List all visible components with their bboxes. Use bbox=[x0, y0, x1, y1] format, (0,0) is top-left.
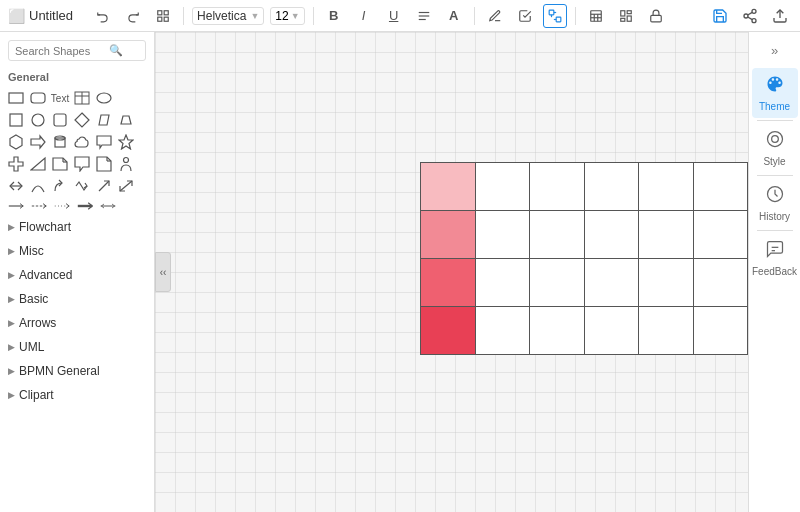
table-cell[interactable] bbox=[530, 259, 585, 307]
align-button[interactable] bbox=[412, 4, 436, 28]
sidebar-item-flowchart[interactable]: ▶ Flowchart bbox=[0, 215, 154, 239]
layout-button[interactable] bbox=[614, 4, 638, 28]
shape-diagonal-arrow[interactable] bbox=[94, 176, 114, 196]
table-cell-colored[interactable] bbox=[421, 211, 476, 259]
sidebar-item-basic[interactable]: ▶ Basic bbox=[0, 287, 154, 311]
table-cell[interactable] bbox=[475, 259, 530, 307]
table-cell[interactable] bbox=[693, 307, 748, 355]
svg-point-50 bbox=[124, 158, 129, 163]
shape-ellipse[interactable] bbox=[94, 88, 114, 108]
shape-cylinder[interactable] bbox=[50, 132, 70, 152]
table-cell[interactable] bbox=[584, 211, 639, 259]
underline-button[interactable]: U bbox=[382, 4, 406, 28]
sidebar-item-misc[interactable]: ▶ Misc bbox=[0, 239, 154, 263]
shape-trapezoid[interactable] bbox=[116, 110, 136, 130]
svg-point-24 bbox=[752, 18, 756, 22]
shape-square[interactable] bbox=[6, 110, 26, 130]
shape-dashed-line[interactable] bbox=[29, 199, 49, 213]
table-cell[interactable] bbox=[475, 163, 530, 211]
sidebar-item-uml[interactable]: ▶ UML bbox=[0, 335, 154, 359]
shape-parallelogram[interactable] bbox=[94, 110, 114, 130]
right-panel-history[interactable]: History bbox=[752, 178, 798, 228]
svg-line-53 bbox=[120, 181, 132, 191]
right-panel-style[interactable]: Style bbox=[752, 123, 798, 173]
shape-zigzag-arrow[interactable] bbox=[72, 176, 92, 196]
table-cell[interactable] bbox=[693, 259, 748, 307]
table-cell-colored[interactable] bbox=[421, 259, 476, 307]
connection-button[interactable] bbox=[543, 4, 567, 28]
shape-document[interactable] bbox=[50, 154, 70, 174]
table-cell[interactable] bbox=[693, 163, 748, 211]
sidebar-item-advanced[interactable]: ▶ Advanced bbox=[0, 263, 154, 287]
font-color-button[interactable]: A bbox=[442, 4, 466, 28]
shape-rounded-square[interactable] bbox=[50, 110, 70, 130]
shape-double-end-arrow[interactable] bbox=[98, 199, 118, 213]
italic-button[interactable]: I bbox=[352, 4, 376, 28]
font-size-box[interactable]: 12 ▼ bbox=[270, 7, 304, 25]
shape-double-arrow[interactable] bbox=[6, 176, 26, 196]
table-row bbox=[421, 307, 748, 355]
table-cell[interactable] bbox=[584, 307, 639, 355]
shape-text[interactable]: Text bbox=[50, 88, 70, 108]
table-cell[interactable] bbox=[639, 163, 694, 211]
collapse-right-button[interactable]: » bbox=[759, 36, 791, 64]
shape-callout[interactable] bbox=[94, 132, 114, 152]
shape-table[interactable] bbox=[72, 88, 92, 108]
right-panel-feedback[interactable]: FeedBack bbox=[752, 233, 798, 283]
search-input[interactable] bbox=[15, 45, 105, 57]
table-cell[interactable] bbox=[584, 163, 639, 211]
shape-diamond[interactable] bbox=[72, 110, 92, 130]
shape-hexagon[interactable] bbox=[6, 132, 26, 152]
table-cell[interactable] bbox=[584, 259, 639, 307]
collapse-sidebar-button[interactable]: ‹‹ bbox=[155, 252, 171, 292]
table-cell[interactable] bbox=[639, 211, 694, 259]
lock-button[interactable] bbox=[644, 4, 668, 28]
shape-note[interactable] bbox=[94, 154, 114, 174]
arrows-label: Arrows bbox=[19, 316, 56, 330]
shape-arc[interactable] bbox=[28, 176, 48, 196]
shape-arrow-right[interactable] bbox=[28, 132, 48, 152]
canvas-table[interactable] bbox=[420, 162, 748, 355]
shape-rounded-rect[interactable] bbox=[28, 88, 48, 108]
format-button[interactable] bbox=[151, 4, 175, 28]
canvas-area[interactable]: ‹‹ bbox=[155, 32, 748, 512]
table-cell[interactable] bbox=[639, 259, 694, 307]
sidebar-item-bpmn-general[interactable]: ▶ BPMN General bbox=[0, 359, 154, 383]
share-button[interactable] bbox=[738, 4, 762, 28]
sidebar-item-clipart[interactable]: ▶ Clipart bbox=[0, 383, 154, 407]
shape-speech-bubble[interactable] bbox=[72, 154, 92, 174]
shape-cross[interactable] bbox=[6, 154, 26, 174]
shape-solid-line[interactable] bbox=[6, 199, 26, 213]
table-cell[interactable] bbox=[530, 211, 585, 259]
shape-right-triangle[interactable] bbox=[28, 154, 48, 174]
table-cell-colored[interactable] bbox=[421, 163, 476, 211]
shape-thick-arrow[interactable] bbox=[75, 199, 95, 213]
bold-button[interactable]: B bbox=[322, 4, 346, 28]
shape-circle[interactable] bbox=[28, 110, 48, 130]
shape-dotted-line[interactable] bbox=[52, 199, 72, 213]
undo-button[interactable] bbox=[91, 4, 115, 28]
right-panel-theme[interactable]: Theme bbox=[752, 68, 798, 118]
table-cell[interactable] bbox=[639, 307, 694, 355]
shape-curved-arrow[interactable] bbox=[50, 176, 70, 196]
search-box[interactable]: 🔍 bbox=[8, 40, 146, 61]
shape-person[interactable] bbox=[116, 154, 136, 174]
table-cell[interactable] bbox=[475, 211, 530, 259]
table-button[interactable] bbox=[584, 4, 608, 28]
shape-cloud[interactable] bbox=[72, 132, 92, 152]
table-cell-colored[interactable] bbox=[421, 307, 476, 355]
pencil-button[interactable] bbox=[483, 4, 507, 28]
shape-arrow-left-right[interactable] bbox=[116, 176, 136, 196]
redo-button[interactable] bbox=[121, 4, 145, 28]
table-cell[interactable] bbox=[530, 163, 585, 211]
shape-star[interactable] bbox=[116, 132, 136, 152]
table-cell[interactable] bbox=[475, 307, 530, 355]
export-button[interactable] bbox=[768, 4, 792, 28]
font-selector[interactable]: Helvetica ▼ bbox=[192, 7, 264, 25]
sidebar-item-arrows[interactable]: ▶ Arrows bbox=[0, 311, 154, 335]
table-cell[interactable] bbox=[530, 307, 585, 355]
table-cell[interactable] bbox=[693, 211, 748, 259]
save-button[interactable] bbox=[708, 4, 732, 28]
highlight-button[interactable] bbox=[513, 4, 537, 28]
shape-rectangle[interactable] bbox=[6, 88, 26, 108]
